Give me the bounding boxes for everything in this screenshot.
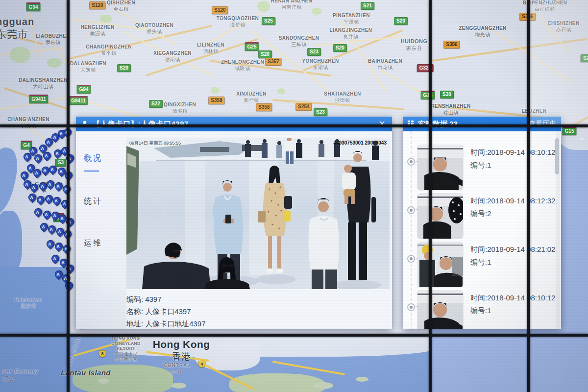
road-badge: S358: [256, 103, 272, 111]
camera-pin[interactable]: Λ: [27, 192, 38, 203]
map-label: HENGLIZHEN横沥镇: [81, 24, 115, 37]
map-park: [312, 8, 321, 15]
road-badge: G15: [563, 126, 577, 135]
tab-operations[interactable]: 运维: [84, 238, 102, 248]
road-badge: S23: [307, 48, 321, 56]
map-label: QINGXIZHEN清溪镇: [164, 102, 196, 114]
info-name: 名称:人像卡口4397: [126, 305, 208, 318]
map-label: HUIDONG惠东县: [401, 38, 428, 52]
entry-number: 编号:1: [470, 161, 555, 170]
camera-scene: 09月14日 星期五 09:55:55 44930753001 20003043: [126, 138, 390, 289]
timeline-dot: [407, 158, 415, 166]
map-label: YONGHUZHEN永湖镇: [302, 58, 339, 71]
map-label: PINGTANZHEN平潭镇: [333, 13, 370, 25]
list-item[interactable]: 时间:2018-09-14 08:10:12编号:1: [403, 291, 561, 329]
list-item[interactable]: 时间:2018-09-14 08:21:02编号:1: [403, 242, 561, 291]
map-park: [277, 88, 285, 94]
map-label: EBUZHEN: [521, 108, 546, 115]
face-thumbnail[interactable]: [417, 291, 463, 329]
camera-pin[interactable]: Λ: [33, 207, 44, 218]
tab-active-underline: [84, 171, 99, 172]
tab-overview[interactable]: 概况: [84, 153, 102, 164]
panel-body: 时间:2018-09-14 08:10:12编号:1 时间:2018-09-14…: [403, 131, 561, 329]
islet: [98, 378, 109, 384]
close-icon[interactable]: ×: [377, 119, 387, 129]
map-label: CENTRAL中环: [164, 363, 191, 375]
scrollbar-thumb[interactable]: [555, 138, 559, 174]
map-park: [100, 15, 112, 23]
dialog-header: 【人像卡口】:人像卡口4397 ×: [76, 117, 392, 131]
map-label: Hong Kong香港: [153, 338, 210, 363]
panel-scrollbar[interactable]: [556, 131, 560, 329]
entry-time: 时间:2018-09-14 08:10:12: [470, 294, 555, 303]
camera-overlay-datetime: 09月14日 星期五 09:55:55: [129, 141, 181, 146]
entry-number: 编号:1: [470, 258, 555, 267]
entry-meta: 时间:2018-09-14 08:21:02编号:1: [470, 245, 555, 267]
map-label: RENSHANZHEN稔山镇: [431, 103, 470, 116]
map-label: SANDONGZHEN三栋镇: [279, 35, 319, 48]
road-badge: S358: [208, 97, 224, 104]
entry-number: 编号:1: [470, 306, 555, 316]
timeline-dot: [407, 206, 415, 214]
entry-time: 时间:2018-09-14 08:21:02: [470, 245, 555, 254]
camera-info: 编码:4397 名称:人像卡口4397 地址:人像卡口地址4397: [126, 293, 208, 330]
road-badge: S30: [440, 91, 454, 98]
map-label: CHANGPINGZHEN常平镇: [86, 44, 132, 56]
entry-number: 编号:2: [470, 209, 555, 219]
map-label: ngguan东莞市: [0, 16, 34, 41]
camera-pin[interactable]: Λ: [45, 239, 56, 250]
road-badge: S20: [117, 64, 131, 72]
entry-meta: 时间:2018-09-14 08:10:12编号:1: [470, 294, 555, 316]
camera-video-frame[interactable]: 09月14日 星期五 09:55:55 44930753001 20003043: [126, 138, 390, 289]
panel-header: 实时数据 23 查看历史: [403, 117, 561, 131]
wall-bezel-vertical: [67, 0, 70, 392]
map-label: HENAN'ANZHEN河南岸镇: [271, 0, 312, 10]
map-label: SHATIANZHEN沙田镇: [324, 91, 361, 103]
road-badge: G15: [421, 91, 435, 99]
entry-meta: 时间:2018-09-14 08:12:32编号:2: [470, 196, 555, 219]
camera-dialog: 【人像卡口】:人像卡口4397 × 概况 统计 运维: [76, 117, 392, 329]
list-item[interactable]: 时间:2018-09-14 08:10:12编号:1: [403, 145, 561, 194]
face-thumbnail[interactable]: [417, 194, 463, 239]
wall-bezel-vertical: [527, 0, 530, 392]
road-badge: S356: [443, 41, 460, 49]
map-park: [257, 1, 270, 12]
info-address: 地址:人像卡口地址4397: [126, 318, 208, 330]
road-badge: S22: [149, 100, 163, 108]
islet: [314, 382, 333, 389]
wall-bezel-vertical: [429, 0, 432, 392]
map-park: [47, 58, 62, 68]
entry-time: 时间:2018-09-14 08:12:32: [470, 196, 555, 206]
road-badge: S3: [55, 159, 66, 167]
tab-statistics[interactable]: 统计: [84, 196, 102, 207]
map-label: HONG KONG DISNEYLAND RESORT香港迪士尼 乐园度假区: [111, 336, 140, 362]
map-label: TONGQIAOZHEN潼侨镇: [217, 16, 259, 28]
map-label: DALINGSHANZHEN大岭山镇: [19, 77, 68, 90]
map-label: QIAOTOUZHEN桥头镇: [135, 23, 173, 35]
map-label: ZHENLONGZHEN镇隆镇: [221, 59, 264, 72]
road-badge: G94: [77, 85, 91, 94]
list-item[interactable]: 时间:2018-09-14 08:12:32编号:2: [403, 194, 561, 242]
dialog-tab-column: 概况 统计 运维: [76, 131, 126, 329]
map-label: XIEGANGZHEN谢岗镇: [153, 50, 192, 63]
map-label: QISHIZHEN金石镇: [107, 0, 135, 12]
islet: [172, 383, 186, 389]
road-badge: S20: [394, 17, 408, 25]
camera-overlay-id: 44930753001 20003043: [334, 140, 387, 146]
road-badge: G9411: [69, 96, 88, 105]
realtime-panel: 实时数据 23 查看历史 时间:2018-09-14 08:10:12编号:1 …: [403, 117, 561, 329]
road-badge: S2: [581, 54, 588, 62]
wall-bezel-horizontal: [0, 334, 588, 337]
wall-bezel-horizontal: [0, 124, 588, 127]
map-label: ver Estuary江口: [2, 368, 39, 383]
map-label: DALANGZHEN大朗镇: [70, 61, 106, 73]
map-label: BAIHUAZHEN白花镇: [368, 58, 402, 71]
road-badge: S23: [314, 108, 327, 116]
entry-meta: 时间:2018-09-14 08:10:12编号:1: [470, 148, 555, 170]
map-label: ZENGGUANGZHEN增光镇: [459, 25, 506, 38]
face-thumbnail[interactable]: [417, 145, 463, 190]
road-badge: G9411: [29, 95, 48, 103]
islet: [356, 377, 368, 382]
road-badge: S120: [212, 6, 228, 14]
face-thumbnail[interactable]: [417, 242, 463, 287]
